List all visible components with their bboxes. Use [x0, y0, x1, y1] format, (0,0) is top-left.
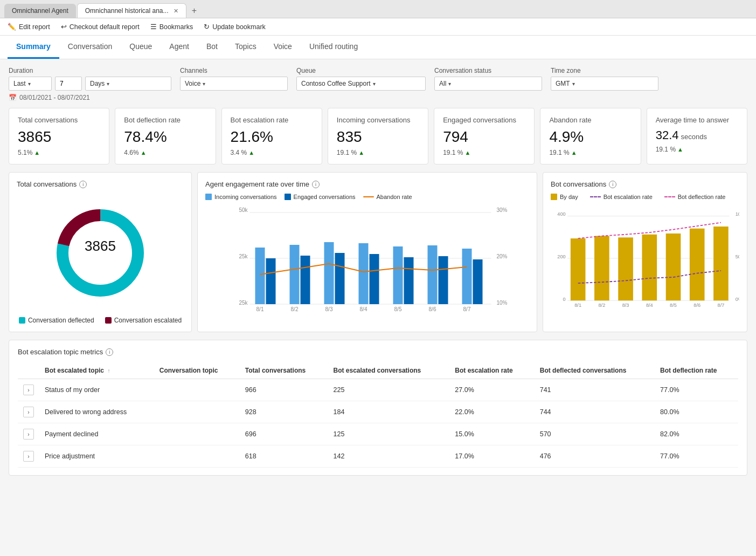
update-bookmark-button[interactable]: ↻ Update bookmark	[204, 23, 266, 31]
conv-status-filter: Conversation status All ▾	[434, 67, 542, 91]
info-icon[interactable]: i	[312, 181, 320, 188]
expand-cell: ›	[18, 423, 39, 445]
escalated-color-dot	[105, 317, 112, 324]
th-bot-deflection-rate: Bot deflection rate	[655, 362, 738, 379]
nav-tab-conversation[interactable]: Conversation	[59, 36, 121, 59]
tab-omnichannel-agent[interactable]: Omnichannel Agent	[4, 4, 76, 18]
table-scroll-area[interactable]: Bot escalated topic ↑ Conversation topic…	[18, 362, 738, 468]
expand-row-button[interactable]: ›	[23, 451, 34, 462]
chevron-down-icon: ▾	[572, 81, 575, 87]
svg-text:8/5: 8/5	[394, 306, 402, 312]
expand-row-button[interactable]: ›	[23, 385, 34, 395]
chevron-down-icon: ▾	[28, 81, 31, 87]
def-rate-line	[664, 196, 675, 197]
bot-escalation-table-section: Bot escalation topic metrics i Bot escal…	[9, 340, 747, 476]
duration-unit-select[interactable]: Days ▾	[85, 77, 171, 91]
topic-cell: Price adjustment	[39, 445, 154, 468]
queue-select[interactable]: Contoso Coffee Support ▾	[296, 77, 426, 91]
esc-rate-cell: 22.0%	[449, 401, 534, 423]
conv-topic-cell	[154, 401, 240, 423]
escalated-cell: 125	[328, 423, 450, 445]
deflected-cell: 741	[535, 379, 655, 401]
svg-rect-21	[404, 257, 414, 304]
svg-text:50%: 50%	[736, 254, 739, 259]
svg-rect-19	[370, 254, 379, 304]
tab-close-icon[interactable]: ✕	[174, 8, 178, 14]
filters-row: Duration Last ▾ Days ▾ Channels Voice ▾	[9, 67, 747, 91]
svg-rect-42	[571, 238, 586, 300]
escalated-cell: 225	[328, 379, 450, 401]
expand-row-button[interactable]: ›	[23, 429, 34, 440]
svg-rect-17	[335, 253, 345, 304]
svg-rect-14	[290, 245, 300, 304]
deflected-cell: 744	[535, 401, 655, 423]
svg-text:8/3: 8/3	[325, 306, 333, 312]
svg-rect-18	[359, 243, 369, 304]
expand-row-button[interactable]: ›	[23, 407, 34, 417]
nav-tab-voice[interactable]: Voice	[265, 36, 301, 59]
total-cell: 618	[240, 445, 328, 468]
svg-text:8/6: 8/6	[693, 303, 700, 308]
legend-escalated: Conversation escalated	[105, 317, 182, 324]
agent-chart-legend: Incoming conversations Engaged conversat…	[205, 194, 529, 200]
nav-tab-topics[interactable]: Topics	[226, 36, 265, 59]
trend-up-icon: ▲	[34, 149, 40, 156]
checkout-default-button[interactable]: ↩ Checkout default report	[61, 23, 140, 31]
refresh-icon: ↻	[204, 23, 210, 31]
table-row: › Payment declined 696 125 15.0% 570 82.…	[18, 423, 738, 445]
svg-text:8/2: 8/2	[291, 306, 299, 312]
svg-rect-16	[324, 242, 334, 304]
escalation-table: Bot escalated topic ↑ Conversation topic…	[18, 362, 738, 468]
total-cell: 696	[240, 423, 328, 445]
info-icon[interactable]: i	[106, 348, 113, 356]
donut-chart-container: 3865 Conversation deflected Conversation…	[17, 194, 184, 324]
add-tab-button[interactable]: +	[188, 4, 201, 18]
kpi-card-avg-time-answer: Average time to answer 32.4 seconds 19.1…	[647, 108, 747, 164]
edit-icon: ✏️	[8, 23, 16, 31]
bookmarks-button[interactable]: ☰ Bookmarks	[150, 23, 193, 31]
th-expand	[18, 362, 39, 379]
def-rate-cell: 77.0%	[655, 445, 738, 468]
queue-filter: Queue Contoso Coffee Support ▾	[296, 67, 426, 91]
topic-cell: Payment declined	[39, 423, 154, 445]
duration-value-input[interactable]	[55, 77, 82, 91]
nav-tab-bot[interactable]: Bot	[198, 36, 226, 59]
nav-tab-unified-routing[interactable]: Unified routing	[301, 36, 366, 59]
svg-text:30%: 30%	[497, 207, 508, 213]
by-day-color	[551, 194, 557, 200]
kpi-card-bot-escalation-rate: Bot escalation rate 21.6% 3.4 % ▲	[221, 108, 322, 164]
escalated-cell: 184	[328, 401, 450, 423]
conv-status-select[interactable]: All ▾	[434, 77, 542, 91]
browser-tabs: Omnichannel Agent Omnichannel historical…	[0, 0, 756, 18]
svg-text:8/7: 8/7	[718, 303, 725, 308]
svg-text:8/3: 8/3	[622, 303, 629, 308]
edit-report-button[interactable]: ✏️ Edit report	[8, 23, 50, 31]
nav-tab-queue[interactable]: Queue	[121, 36, 161, 59]
info-icon[interactable]: i	[609, 181, 616, 188]
svg-rect-47	[690, 229, 705, 301]
svg-rect-20	[393, 246, 403, 304]
kpi-cards-row: Total conversations 3865 5.1% ▲ Bot defl…	[9, 108, 747, 164]
svg-rect-22	[428, 245, 438, 304]
svg-text:8/2: 8/2	[598, 303, 605, 308]
kpi-card-total-conversations: Total conversations 3865 5.1% ▲	[9, 108, 109, 164]
table-row: › Price adjustment 618 142 17.0% 476 77.…	[18, 445, 738, 468]
nav-tab-summary[interactable]: Summary	[8, 36, 59, 59]
table-row: › Delivered to wrong address 928 184 22.…	[18, 401, 738, 423]
th-bot-escalated-topic[interactable]: Bot escalated topic ↑	[39, 362, 154, 379]
calendar-icon: 📅	[9, 94, 17, 101]
expand-cell: ›	[18, 401, 39, 423]
expand-cell: ›	[18, 445, 39, 468]
agent-engagement-chart: Agent engagement rate over time i Incomi…	[197, 172, 537, 332]
duration-prefix-select[interactable]: Last ▾	[9, 77, 52, 91]
tab-omnichannel-historical[interactable]: Omnichannel historical ana... ✕	[77, 3, 186, 18]
channels-select[interactable]: Voice ▾	[180, 77, 288, 91]
timezone-select[interactable]: GMT ▾	[551, 77, 658, 91]
svg-text:200: 200	[557, 254, 565, 259]
channels-filter: Channels Voice ▾	[180, 67, 288, 91]
sort-icon: ↑	[107, 368, 110, 374]
table-body: › Status of my order 966 225 27.0% 741 7…	[18, 379, 738, 468]
deflected-cell: 476	[535, 445, 655, 468]
info-icon[interactable]: i	[79, 181, 87, 188]
nav-tab-agent[interactable]: Agent	[161, 36, 198, 59]
